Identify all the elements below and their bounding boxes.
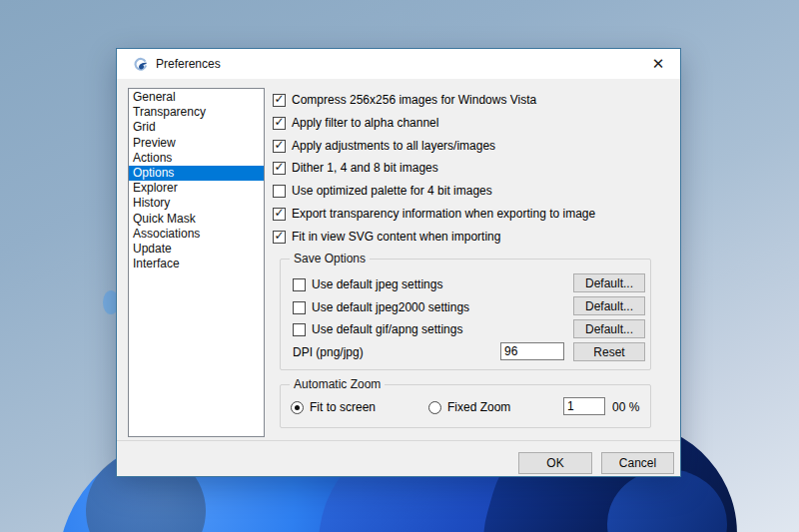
- checkbox-default-jpeg2000[interactable]: Use default jpeg2000 settings: [293, 299, 469, 315]
- sidebar-item-actions[interactable]: Actions: [129, 151, 264, 166]
- checkbox-box[interactable]: [273, 94, 286, 107]
- checkbox-box[interactable]: [273, 208, 286, 221]
- app-icon[interactable]: [132, 56, 149, 73]
- sidebar-item-history[interactable]: History: [129, 196, 264, 211]
- radio-label: Fit to screen: [310, 400, 376, 414]
- checkbox-label: Use optimized palette for 4 bit images: [292, 184, 492, 198]
- footer-separator: [117, 440, 680, 441]
- radio-fixed-zoom[interactable]: Fixed Zoom: [428, 399, 510, 415]
- checkbox-alpha-filter[interactable]: Apply filter to alpha channel: [273, 115, 438, 131]
- radio-button[interactable]: [428, 401, 441, 414]
- checkbox-compress-vista[interactable]: Compress 256x256 images for Windows Vist…: [273, 92, 536, 108]
- checkbox-box[interactable]: [293, 301, 306, 314]
- checkbox-box[interactable]: [273, 117, 286, 130]
- checkbox-box[interactable]: [273, 185, 286, 198]
- radio-fit-to-screen[interactable]: Fit to screen: [291, 399, 376, 415]
- checkbox-optimized-palette[interactable]: Use optimized palette for 4 bit images: [273, 183, 492, 199]
- default-gif-apng-button[interactable]: Default...: [573, 319, 645, 338]
- dpi-label: DPI (png/jpg): [293, 345, 364, 359]
- sidebar-item-associations[interactable]: Associations: [129, 227, 264, 242]
- reset-button[interactable]: Reset: [573, 342, 645, 361]
- checkbox-export-transparency[interactable]: Export transparency information when exp…: [273, 206, 595, 222]
- checkbox-box[interactable]: [293, 323, 306, 336]
- checkbox-fit-svg[interactable]: Fit in view SVG content when importing: [273, 229, 500, 245]
- checkbox-label: Use default jpeg2000 settings: [312, 300, 469, 314]
- save-options-group-label: Save Options: [290, 252, 370, 266]
- sidebar-item-grid[interactable]: Grid: [129, 120, 264, 135]
- checkbox-box[interactable]: [273, 231, 286, 244]
- checkbox-label: Export transparency information when exp…: [292, 207, 595, 221]
- category-listbox[interactable]: General Transparency Grid Preview Action…: [128, 88, 265, 437]
- default-jpeg-button[interactable]: Default...: [573, 273, 645, 292]
- window-title: Preferences: [156, 57, 221, 71]
- sidebar-item-explorer[interactable]: Explorer: [129, 181, 264, 196]
- sidebar-item-transparency[interactable]: Transparency: [129, 105, 264, 120]
- title-bar[interactable]: Preferences ✕: [117, 49, 680, 79]
- default-jpeg2000-button[interactable]: Default...: [573, 296, 645, 315]
- cancel-button[interactable]: Cancel: [601, 452, 674, 474]
- checkbox-label: Fit in view SVG content when importing: [292, 230, 500, 244]
- automatic-zoom-group-label: Automatic Zoom: [290, 377, 385, 391]
- checkbox-label: Apply filter to alpha channel: [292, 116, 438, 130]
- checkbox-label: Compress 256x256 images for Windows Vist…: [292, 93, 536, 107]
- checkbox-box[interactable]: [273, 162, 286, 175]
- checkbox-label: Apply adjustments to all layers/images: [292, 139, 495, 153]
- checkbox-default-gif-apng[interactable]: Use default gif/apng settings: [293, 321, 462, 337]
- sidebar-item-update[interactable]: Update: [129, 242, 264, 257]
- checkbox-label: Dither 1, 4 and 8 bit images: [292, 161, 438, 175]
- desktop-wallpaper: Preferences ✕ General Transparency Grid …: [0, 0, 799, 532]
- checkbox-box[interactable]: [293, 278, 306, 291]
- zoom-suffix-label: 00 %: [612, 400, 639, 414]
- checkbox-label: Use default gif/apng settings: [312, 322, 462, 336]
- sidebar-item-options[interactable]: Options: [129, 166, 264, 181]
- sidebar-item-quick-mask[interactable]: Quick Mask: [129, 212, 264, 227]
- checkbox-dither[interactable]: Dither 1, 4 and 8 bit images: [273, 160, 438, 176]
- checkbox-apply-all-layers[interactable]: Apply adjustments to all layers/images: [273, 138, 495, 154]
- sidebar-item-preview[interactable]: Preview: [129, 136, 264, 151]
- checkbox-box[interactable]: [273, 140, 286, 153]
- close-icon[interactable]: ✕: [640, 49, 676, 78]
- checkbox-label: Use default jpeg settings: [312, 277, 442, 291]
- dpi-input[interactable]: [500, 342, 564, 360]
- radio-label: Fixed Zoom: [447, 400, 510, 414]
- ok-button[interactable]: OK: [518, 452, 592, 474]
- sidebar-item-interface[interactable]: Interface: [129, 257, 264, 271]
- radio-button[interactable]: [291, 401, 304, 414]
- fixed-zoom-input[interactable]: [563, 397, 605, 415]
- sidebar-item-general[interactable]: General: [129, 90, 264, 105]
- preferences-dialog: Preferences ✕ General Transparency Grid …: [116, 48, 681, 477]
- checkbox-default-jpeg[interactable]: Use default jpeg settings: [293, 276, 442, 292]
